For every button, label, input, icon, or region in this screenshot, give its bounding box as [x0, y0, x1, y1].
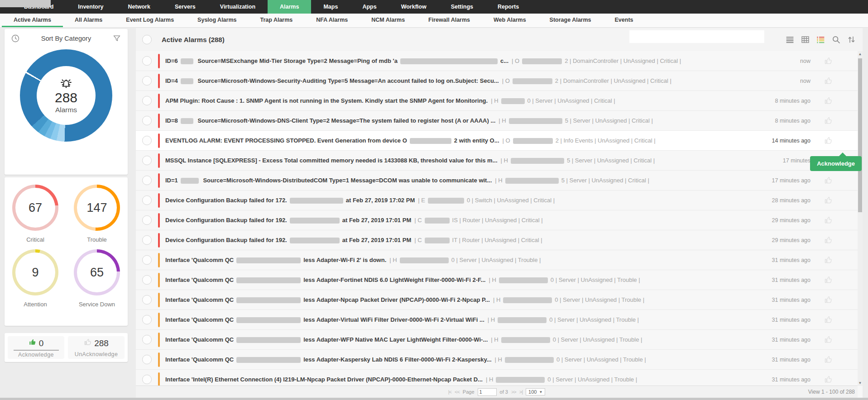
alarm-row[interactable]: Interface 'Intel(R) Ethernet Connection …: [136, 370, 858, 386]
select-all-checkbox[interactable]: [142, 35, 152, 44]
row-checkbox[interactable]: [142, 315, 152, 324]
nav-item-maps[interactable]: Maps: [311, 0, 350, 14]
acknowledge-thumb-icon[interactable]: [824, 216, 833, 225]
alarm-row[interactable]: Device Configuration Backup failed for 1…: [136, 230, 858, 250]
severity-bar-trouble: [158, 293, 160, 307]
alarm-row[interactable]: Interface 'Qualcomm QCless Adapter-Forti…: [136, 270, 858, 290]
row-checkbox[interactable]: [142, 375, 152, 384]
tab-active-alarms[interactable]: Active Alarms: [2, 14, 63, 27]
acknowledge-thumb-icon[interactable]: [824, 57, 833, 66]
acknowledge-thumb-icon[interactable]: [824, 335, 833, 344]
row-checkbox[interactable]: [142, 295, 152, 305]
alarm-row[interactable]: EVENTLOG ALARM: EVENT PROCESSING STOPPED…: [136, 131, 858, 151]
row-checkbox[interactable]: [142, 56, 152, 66]
alarm-row[interactable]: Interface 'Qualcomm QCless Adapter-WFP N…: [136, 330, 858, 350]
first-page-button[interactable]: |<: [448, 389, 451, 395]
row-checkbox[interactable]: [142, 136, 152, 145]
alarm-row[interactable]: Device Configuration Backup failed for 1…: [136, 210, 858, 230]
acknowledge-thumb-icon[interactable]: [824, 236, 833, 245]
nav-item-inventory[interactable]: Inventory: [66, 0, 115, 14]
next-page-button[interactable]: >>: [511, 389, 516, 395]
history-clock-icon[interactable]: [11, 34, 20, 43]
nav-item-settings[interactable]: Settings: [439, 0, 485, 14]
alarm-time: 29 minutes ago: [772, 237, 810, 243]
scroll-down-arrow[interactable]: ▼: [858, 381, 863, 385]
list-view-icon[interactable]: [785, 35, 795, 44]
acknowledge-thumb-icon[interactable]: [824, 136, 833, 145]
tab-firewall-alarms[interactable]: Firewall Alarms: [417, 14, 482, 27]
acknowledge-thumb-icon[interactable]: [824, 256, 833, 265]
alarms-donut-chart[interactable]: 288 Alarms: [20, 49, 112, 142]
nav-item-network[interactable]: Network: [116, 0, 163, 14]
acknowledge-thumb-icon[interactable]: [824, 276, 833, 285]
redacted-text: [236, 337, 301, 343]
row-checkbox[interactable]: [142, 156, 152, 165]
alarm-row[interactable]: Device Configuration Backup failed for 1…: [136, 190, 858, 210]
nav-item-virtualization[interactable]: Virtualization: [208, 0, 268, 14]
acknowledge-thumb-icon[interactable]: [824, 176, 833, 185]
scroll-up-arrow[interactable]: ▲: [858, 52, 863, 56]
page-number-input[interactable]: [478, 388, 497, 396]
last-page-button[interactable]: >|: [519, 389, 523, 395]
alarm-row[interactable]: ID=1 Source=Microsoft-Windows-Distribute…: [136, 171, 858, 190]
search-icon[interactable]: [831, 35, 841, 44]
tab-nfa-alarms[interactable]: NFA Alarms: [304, 14, 360, 27]
tab-event-log-alarms[interactable]: Event Log Alarms: [114, 14, 186, 27]
acknowledge-tooltip[interactable]: Acknowledge: [810, 156, 862, 171]
acknowledge-thumb-icon[interactable]: [824, 375, 833, 384]
row-checkbox[interactable]: [142, 335, 152, 344]
row-checkbox[interactable]: [142, 116, 152, 125]
acknowledge-thumb-icon[interactable]: [824, 355, 833, 364]
alarm-row[interactable]: Interface 'Qualcomm QCless Adapter-Virtu…: [136, 310, 858, 330]
alarm-row[interactable]: ID=4 Source=Microsoft-Windows-Security-A…: [136, 71, 858, 91]
acknowledge-thumb-icon[interactable]: [824, 116, 833, 125]
alarm-row[interactable]: Interface 'Qualcomm QCless Adapter-Kaspe…: [136, 350, 858, 370]
alarm-row[interactable]: MSSQL Instance [SQLEXPRESS] - Excess Tot…: [136, 151, 858, 171]
severity-list-view-icon[interactable]: [816, 35, 825, 44]
nav-item-reports[interactable]: Reports: [485, 0, 531, 14]
tab-events[interactable]: Events: [603, 14, 645, 27]
alarm-message: Interface 'Qualcomm QCless Adapter-Kaspe…: [165, 356, 492, 363]
row-checkbox[interactable]: [142, 255, 152, 265]
tab-all-alarms[interactable]: All Alarms: [63, 14, 114, 27]
row-checkbox[interactable]: [142, 195, 152, 205]
row-checkbox[interactable]: [142, 76, 152, 86]
prev-page-button[interactable]: <<: [455, 389, 460, 395]
acknowledge-thumb-icon[interactable]: [824, 315, 833, 324]
vertical-scrollbar[interactable]: ▲ ▼: [858, 51, 863, 386]
sort-arrows-icon[interactable]: [847, 35, 856, 44]
filter-funnel-icon[interactable]: [112, 34, 121, 43]
row-checkbox[interactable]: [142, 215, 152, 225]
alarm-row[interactable]: APM Plugin: Root Cause : 1. SNMP Agent i…: [136, 91, 858, 111]
row-checkbox[interactable]: [142, 275, 152, 285]
row-checkbox[interactable]: [142, 176, 152, 185]
tab-web-alarms[interactable]: Web Alarms: [482, 14, 538, 27]
nav-item-alarms[interactable]: Alarms: [268, 0, 311, 14]
row-checkbox[interactable]: [142, 235, 152, 245]
acknowledged-box[interactable]: 0 Acknowledge: [8, 336, 64, 359]
unacknowledged-box[interactable]: 288 UnAcknowledge: [68, 336, 125, 359]
tab-trap-alarms[interactable]: Trap Alarms: [249, 14, 305, 27]
search-box-redacted[interactable]: [629, 30, 764, 43]
nav-item-servers[interactable]: Servers: [163, 0, 208, 14]
page-size-select[interactable]: 100▼: [526, 388, 545, 395]
redacted-text: [511, 158, 564, 164]
nav-item-workflow[interactable]: Workflow: [389, 0, 439, 14]
acknowledge-thumb-icon[interactable]: [824, 96, 833, 105]
acknowledge-thumb-icon[interactable]: [824, 295, 833, 305]
row-checkbox[interactable]: [142, 355, 152, 364]
row-checkbox[interactable]: [142, 96, 152, 105]
alarm-row[interactable]: Interface 'Qualcomm QCless Adapter-Wi-Fi…: [136, 250, 858, 270]
tab-syslog-alarms[interactable]: Syslog Alarms: [186, 14, 248, 27]
acknowledge-thumb-icon[interactable]: [824, 76, 833, 86]
grid-view-icon[interactable]: [801, 35, 810, 44]
alarm-row[interactable]: Interface 'Qualcomm QCless Adapter-Npcap…: [136, 290, 858, 310]
nav-item-apps[interactable]: Apps: [350, 0, 388, 14]
alarm-time: 31 minutes ago: [772, 297, 810, 303]
alarm-row[interactable]: ID=8 Source=Microsoft-Windows-DNS-Client…: [136, 111, 858, 131]
tab-storage-alarms[interactable]: Storage Alarms: [538, 14, 603, 27]
scrollbar-thumb[interactable]: [858, 58, 862, 212]
alarm-row[interactable]: ID=6 Source=MSExchange Mid-Tier Storage …: [136, 51, 858, 71]
acknowledge-thumb-icon[interactable]: [824, 196, 833, 205]
tab-ncm-alarms[interactable]: NCM Alarms: [360, 14, 417, 27]
